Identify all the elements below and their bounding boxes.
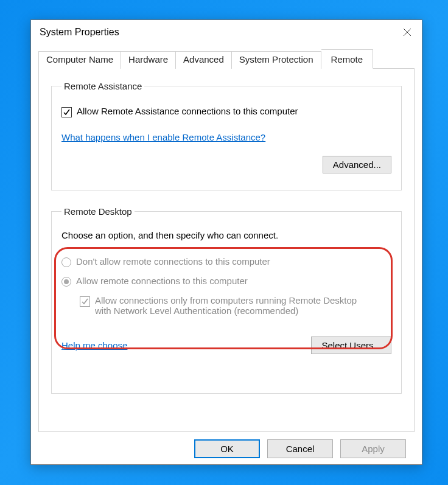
apply-button[interactable]: Apply — [340, 439, 406, 458]
radio-disallow-row[interactable]: Don't allow remote connections to this c… — [61, 256, 391, 267]
tab-hardware[interactable]: Hardware — [121, 51, 176, 69]
tab-computer-name[interactable]: Computer Name — [38, 51, 121, 69]
tabstrip: Computer Name Hardware Advanced System P… — [38, 49, 415, 69]
nla-label: Allow connections only from computers ru… — [95, 295, 363, 316]
close-button[interactable] — [393, 20, 422, 44]
client-area: Computer Name Hardware Advanced System P… — [31, 44, 422, 466]
ok-button[interactable]: OK — [194, 439, 260, 458]
system-properties-dialog: System Properties Computer Name Hardware… — [30, 19, 422, 465]
tab-advanced[interactable]: Advanced — [176, 51, 232, 69]
titlebar: System Properties — [31, 20, 422, 44]
close-icon — [403, 28, 411, 37]
help-me-choose-link[interactable]: Help me choose — [61, 340, 127, 351]
legend-remote-assistance: Remote Assistance — [61, 81, 144, 91]
tab-remote[interactable]: Remote — [321, 49, 374, 69]
remote-desktop-instruction: Choose an option, and then specify who c… — [61, 230, 391, 240]
radio-disallow-label: Don't allow remote connections to this c… — [76, 256, 270, 267]
advanced-row: Advanced... — [61, 156, 391, 173]
advanced-button[interactable]: Advanced... — [323, 156, 391, 173]
tab-system-protection[interactable]: System Protection — [232, 51, 321, 69]
remote-desktop-bottom-row: Help me choose Select Users... — [61, 337, 391, 354]
nla-checkbox[interactable] — [80, 296, 90, 307]
nla-row[interactable]: Allow connections only from computers ru… — [80, 295, 391, 316]
radio-allow-label: Allow remote connections to this compute… — [76, 276, 248, 286]
group-remote-assistance: Remote Assistance Allow Remote Assistanc… — [51, 81, 402, 190]
cancel-button[interactable]: Cancel — [267, 439, 333, 458]
radio-allow[interactable] — [61, 277, 71, 287]
remote-assistance-help-link[interactable]: What happens when I enable Remote Assist… — [61, 132, 265, 142]
tabpane-remote: Remote Assistance Allow Remote Assistanc… — [38, 68, 415, 432]
checkmark-icon — [81, 298, 89, 305]
allow-remote-assistance-label: Allow Remote Assistance connections to t… — [77, 106, 298, 116]
dialog-footer: OK Cancel Apply — [38, 432, 415, 458]
legend-remote-desktop: Remote Desktop — [61, 206, 135, 217]
allow-remote-assistance-row: Allow Remote Assistance connections to t… — [61, 106, 391, 117]
group-remote-desktop: Remote Desktop Choose an option, and the… — [51, 206, 402, 394]
allow-remote-assistance-checkbox[interactable] — [61, 107, 72, 117]
select-users-button[interactable]: Select Users... — [311, 337, 391, 354]
radio-disallow[interactable] — [61, 257, 71, 267]
radio-allow-row[interactable]: Allow remote connections to this compute… — [61, 276, 391, 287]
checkmark-icon — [63, 108, 71, 116]
window-title: System Properties — [40, 27, 119, 38]
